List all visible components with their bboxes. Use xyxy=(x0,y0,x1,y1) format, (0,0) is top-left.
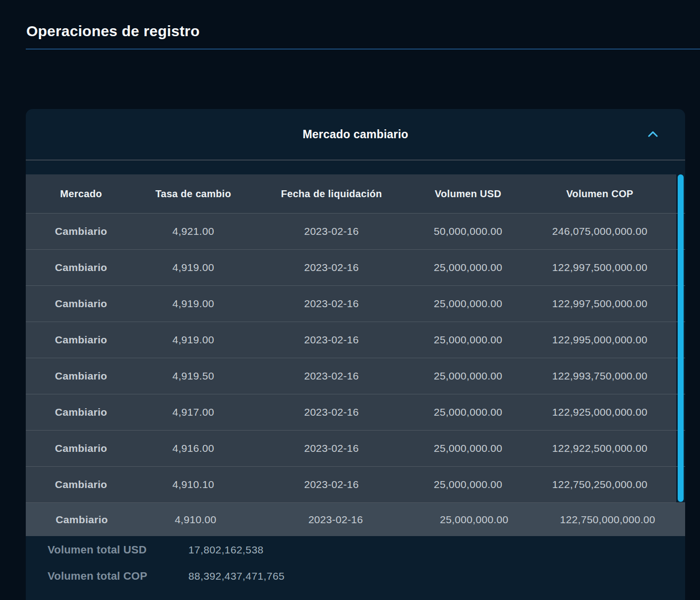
page: Operaciones de registro Mercado cambiari… xyxy=(0,0,700,600)
table-cell: 2023-02-16 xyxy=(250,262,413,273)
table-cell: 4,910.10 xyxy=(136,479,250,491)
table-cell: 122,922,500,000.00 xyxy=(524,442,676,454)
table-cell: Cambiario xyxy=(26,334,136,346)
column-header-1: Tasa de cambio xyxy=(136,188,250,200)
table-cell: 122,750,000,000.00 xyxy=(530,514,685,526)
table-cell: 122,925,000,000.00 xyxy=(524,406,676,418)
table-cell: Cambiario xyxy=(26,442,136,454)
table-cell: Cambiario xyxy=(26,262,136,273)
table-row[interactable]: Cambiario4,919.002023-02-1625,000,000.00… xyxy=(26,250,685,286)
total-line: Volumen total COP88,392,437,471,765 xyxy=(48,569,685,583)
total-value: 88,392,437,471,765 xyxy=(188,569,285,583)
table-totals: Volumen total USD17,802,162,538Volumen t… xyxy=(26,536,685,583)
mercado-cambiario-panel: Mercado cambiario MercadoTasa de cambioF… xyxy=(26,109,685,600)
total-line: Volumen total USD17,802,162,538 xyxy=(48,543,685,557)
table-cell: 246,075,000,000.00 xyxy=(524,225,676,237)
table-cell: 2023-02-16 xyxy=(253,514,418,526)
total-label: Volumen total COP xyxy=(48,569,188,583)
column-header-4: Volumen COP xyxy=(524,188,676,200)
panel-title: Mercado cambiario xyxy=(302,128,408,141)
column-header-3: Volumen USD xyxy=(413,188,524,200)
table-cell: 50,000,000.00 xyxy=(413,225,524,237)
table-cell: 25,000,000.00 xyxy=(413,334,524,346)
table-cell: Cambiario xyxy=(26,514,138,526)
collapse-panel-button[interactable] xyxy=(643,124,663,144)
table-cell: 25,000,000.00 xyxy=(418,514,530,526)
table-cell: 2023-02-16 xyxy=(250,442,413,454)
table-cell: 122,750,250,000.00 xyxy=(524,479,676,491)
column-header-0: Mercado xyxy=(26,188,136,200)
table-cell: Cambiario xyxy=(26,479,136,491)
table-cell: 25,000,000.00 xyxy=(413,479,524,491)
table-row[interactable]: Cambiario4,910.102023-02-1625,000,000.00… xyxy=(26,467,685,503)
table-cell: 4,919.50 xyxy=(136,370,250,382)
table-cell: 2023-02-16 xyxy=(250,225,413,237)
table-cell: Cambiario xyxy=(26,298,136,310)
panel-divider xyxy=(26,160,685,161)
table-cell: 4,916.00 xyxy=(136,442,250,454)
table-row[interactable]: Cambiario4,916.002023-02-1625,000,000.00… xyxy=(26,431,685,467)
table-row[interactable]: Cambiario4,919.502023-02-1625,000,000.00… xyxy=(26,358,685,394)
exchange-operations-table: MercadoTasa de cambioFecha de liquidació… xyxy=(26,174,685,536)
panel-header: Mercado cambiario xyxy=(26,109,685,160)
table-cell: 122,997,500,000.00 xyxy=(524,298,676,310)
table-cell: 2023-02-16 xyxy=(250,370,413,382)
table-cell: 4,921.00 xyxy=(136,225,250,237)
table-cell: 25,000,000.00 xyxy=(413,262,524,273)
table-cell: 2023-02-16 xyxy=(250,406,413,418)
total-value: 17,802,162,538 xyxy=(188,543,264,557)
table-cell: 2023-02-16 xyxy=(250,298,413,310)
table-scrollbar-thumb[interactable] xyxy=(678,174,684,502)
table-cell: 25,000,000.00 xyxy=(413,298,524,310)
table-cell: 4,910.00 xyxy=(138,514,253,526)
table-row[interactable]: Cambiario4,917.002023-02-1625,000,000.00… xyxy=(26,394,685,431)
table-cell: 4,919.00 xyxy=(136,262,250,273)
table-cell: 4,919.00 xyxy=(136,298,250,310)
table-cell: 122,997,500,000.00 xyxy=(524,262,676,273)
table-cell: Cambiario xyxy=(26,370,136,382)
table-cell: 4,917.00 xyxy=(136,406,250,418)
table-row[interactable]: Cambiario4,921.002023-02-1650,000,000.00… xyxy=(26,214,685,250)
table-row[interactable]: Cambiario4,919.002023-02-1625,000,000.00… xyxy=(26,286,685,322)
column-header-2: Fecha de liquidación xyxy=(250,188,413,200)
table-cell: Cambiario xyxy=(26,225,136,237)
total-label: Volumen total USD xyxy=(48,543,188,557)
table-cell: 122,993,750,000.00 xyxy=(524,370,676,382)
table-cell: 2023-02-16 xyxy=(250,334,413,346)
title-divider xyxy=(26,49,700,50)
chevron-up-icon xyxy=(645,127,660,142)
table-header-row: MercadoTasa de cambioFecha de liquidació… xyxy=(26,174,685,214)
table-row[interactable]: Cambiario4,910.002023-02-1625,000,000.00… xyxy=(26,503,685,536)
table-cell: 25,000,000.00 xyxy=(413,370,524,382)
table-cell: 25,000,000.00 xyxy=(413,406,524,418)
table-cell: 122,995,000,000.00 xyxy=(524,334,676,346)
table-cell: 4,919.00 xyxy=(136,334,250,346)
table-row[interactable]: Cambiario4,919.002023-02-1625,000,000.00… xyxy=(26,322,685,358)
page-title: Operaciones de registro xyxy=(26,23,200,40)
table-cell: 2023-02-16 xyxy=(250,479,413,491)
table-cell: Cambiario xyxy=(26,406,136,418)
table-cell: 25,000,000.00 xyxy=(413,442,524,454)
